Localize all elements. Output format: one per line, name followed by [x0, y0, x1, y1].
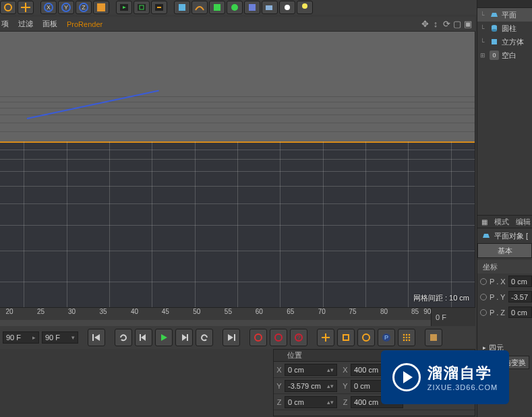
loop-button[interactable] — [115, 329, 132, 346]
render-settings-icon[interactable] — [151, 1, 167, 14]
viewport-3d[interactable]: 网格间距 : 10 cm — [0, 32, 475, 307]
svg-text:?: ? — [297, 334, 300, 341]
svg-point-38 — [406, 334, 408, 336]
svg-rect-7 — [97, 3, 105, 11]
svg-point-29 — [255, 334, 262, 341]
prim-light2-icon[interactable] — [297, 1, 313, 14]
main-toolbar: X Y Z — [0, 0, 532, 15]
cube-icon — [490, 37, 499, 46]
key-pla-button[interactable] — [398, 329, 415, 346]
timeline-tick: 60 — [256, 308, 263, 315]
attr-edit-label[interactable]: 编辑 — [516, 217, 531, 227]
prim-deformer-icon[interactable] — [227, 1, 243, 14]
timeline-tick: 80 — [380, 308, 388, 315]
prop-anim-radio[interactable] — [480, 278, 487, 285]
svg-point-41 — [406, 337, 408, 339]
svg-marker-24 — [161, 334, 167, 341]
attr-header: ▦ 模式 编辑 — [477, 215, 532, 228]
key-pos-button[interactable] — [317, 329, 334, 346]
render-view-icon[interactable] — [116, 1, 132, 14]
hierarchy-item-cylinder[interactable]: └ 圆柱 — [477, 22, 532, 35]
hierarchy-item-cube[interactable]: └ 立方体 — [477, 35, 532, 49]
coord-system-icon[interactable] — [93, 1, 109, 14]
render-region-icon[interactable] — [134, 1, 150, 14]
prim-generator-icon[interactable] — [209, 1, 225, 14]
prop-px-field[interactable]: 0 cm — [508, 276, 532, 287]
prop-anim-radio[interactable] — [480, 309, 487, 316]
tool-rotate-icon[interactable] — [0, 1, 16, 14]
prop-label: P . Z — [490, 309, 508, 317]
key-scale-button[interactable] — [337, 329, 355, 346]
fcurve-button[interactable] — [425, 329, 442, 346]
hierarchy-item-plane[interactable]: └ 平面 — [477, 8, 532, 22]
hierarchy-item-null[interactable]: ⊞ 0 空白 — [477, 49, 532, 62]
vp-max-icon[interactable]: ▣ — [463, 20, 473, 29]
vp-nav-icon[interactable]: ✥ — [420, 20, 430, 29]
hierarchy-tabbar[interactable] — [477, 0, 532, 8]
record-button[interactable] — [249, 329, 267, 346]
timeline-ruler[interactable]: 20 25 30 35 40 45 50 55 60 65 70 75 80 8… — [0, 308, 475, 320]
prim-spline-icon[interactable] — [191, 1, 208, 14]
coord-axis-label: Y — [274, 382, 285, 390]
prim-camera-icon[interactable] — [262, 1, 278, 14]
attr-tab-basic[interactable]: 基本 — [477, 243, 532, 258]
play-button[interactable] — [155, 329, 173, 346]
timeline-tick: 40 — [131, 308, 138, 315]
svg-point-50 — [492, 29, 497, 32]
vp-orbit-icon[interactable]: ⟳ — [442, 20, 451, 29]
coord-pos-y-field[interactable]: -3.579 cm▴▾ — [285, 380, 337, 392]
svg-point-42 — [409, 337, 411, 339]
svg-rect-16 — [249, 4, 256, 11]
prop-pz-field[interactable]: 0 cm — [508, 307, 532, 318]
vp-menu-item[interactable]: 项 — [1, 19, 9, 29]
goto-end-button[interactable] — [223, 329, 240, 346]
axis-z-icon[interactable]: Z — [76, 1, 92, 14]
key-rot-button[interactable] — [357, 329, 375, 346]
key-param-button[interactable]: P — [378, 329, 395, 346]
timeline-end-field[interactable]: 0 F — [431, 308, 475, 327]
loop2-button[interactable] — [196, 329, 213, 346]
tool-move-icon[interactable] — [18, 1, 34, 14]
coord-tab-position[interactable]: 位置 — [274, 350, 374, 361]
timeline-tick: 50 — [193, 308, 200, 315]
vp-menu-item[interactable]: 过滤 — [18, 19, 33, 29]
svg-marker-21 — [94, 334, 100, 341]
autokey-button[interactable] — [270, 329, 287, 346]
grid-spacing-label: 网格间距 : 10 cm — [413, 293, 469, 303]
svg-marker-27 — [228, 334, 233, 341]
keyopts-button[interactable]: ? — [290, 329, 307, 346]
frame-end-field[interactable]: 90 F▾ — [42, 331, 78, 344]
vp-menu-item[interactable]: 面板 — [42, 19, 57, 29]
coord-pos-x-field[interactable]: 0 cm▴▾ — [285, 364, 337, 376]
hierarchy-item-label: 圆柱 — [502, 24, 516, 34]
layer-badge-icon: 0 — [490, 51, 499, 60]
timeline[interactable]: 20 25 30 35 40 45 50 55 60 65 70 75 80 8… — [0, 307, 475, 326]
vp-menu-prorender[interactable]: ProRender — [67, 20, 102, 28]
step-fwd-button[interactable] — [175, 329, 193, 346]
vp-zoom-icon[interactable]: ↕ — [431, 20, 440, 29]
svg-text:Z: Z — [82, 4, 86, 11]
prop-label: P . X — [490, 278, 508, 286]
prop-anim-radio[interactable] — [480, 294, 487, 300]
svg-rect-17 — [266, 5, 272, 10]
prop-label: P . Y — [490, 293, 508, 301]
axis-y-icon[interactable]: Y — [58, 1, 74, 14]
timeline-tick: 35 — [99, 308, 107, 315]
frame-current-field[interactable]: 90 F▸ — [3, 331, 39, 344]
vp-layout-icon[interactable]: ▢ — [452, 20, 462, 29]
prim-environment-icon[interactable] — [244, 1, 260, 14]
goto-start-button[interactable] — [88, 329, 105, 346]
step-back-button[interactable] — [135, 329, 152, 346]
attr-mode-label[interactable]: 模式 — [494, 217, 509, 227]
svg-point-34 — [363, 334, 370, 341]
svg-point-18 — [285, 5, 290, 10]
prim-cube-icon[interactable] — [174, 1, 190, 14]
prop-py-field[interactable]: -3.57 — [508, 291, 532, 302]
attr-object-label: 平面对象 [ — [494, 231, 528, 241]
watermark-title: 溜溜自学 — [427, 363, 498, 383]
svg-rect-51 — [492, 39, 497, 44]
timeline-tick: 55 — [225, 308, 232, 315]
coord-pos-z-field[interactable]: 0 cm▴▾ — [285, 396, 337, 408]
axis-x-icon[interactable]: X — [40, 1, 57, 14]
prim-light-icon[interactable] — [279, 1, 295, 14]
